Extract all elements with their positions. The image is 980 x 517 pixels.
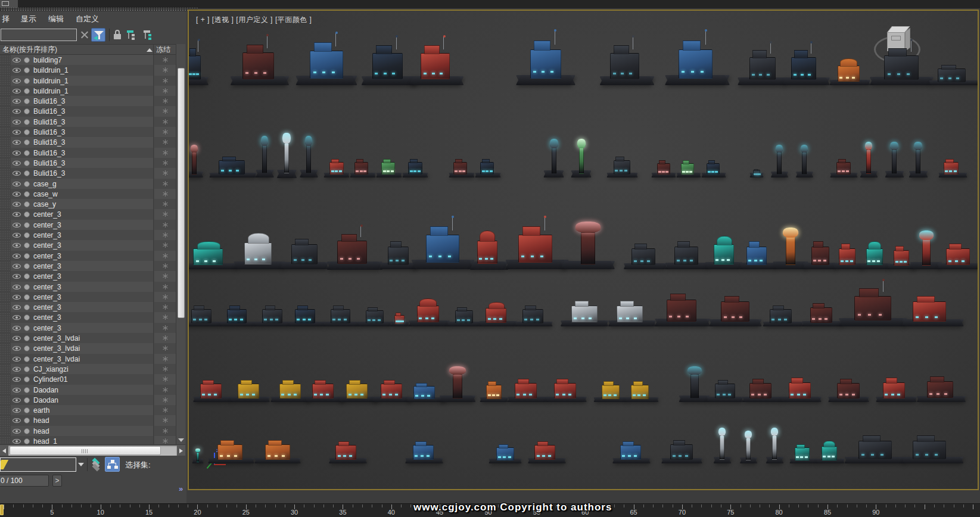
scene-model[interactable]: [669, 233, 706, 269]
scene-model[interactable]: [605, 35, 650, 85]
scene-model[interactable]: [609, 151, 636, 177]
scene-model[interactable]: [511, 216, 563, 269]
list-item[interactable]: center_3: [0, 292, 176, 302]
visibility-eye-icon[interactable]: [13, 357, 21, 362]
visibility-eye-icon[interactable]: [13, 120, 21, 124]
freeze-cell[interactable]: [154, 385, 176, 395]
visibility-eye-icon[interactable]: [13, 274, 21, 279]
scene-model[interactable]: [862, 236, 888, 269]
list-item[interactable]: center_3_lvdai: [0, 354, 176, 364]
horizontal-scrollbar[interactable]: [0, 444, 185, 456]
list-item[interactable]: head: [0, 426, 176, 436]
scene-model[interactable]: [450, 301, 478, 326]
scene-model[interactable]: [378, 154, 400, 177]
scene-model[interactable]: [565, 222, 611, 269]
freeze-cell[interactable]: [154, 354, 176, 364]
scene-model[interactable]: [549, 372, 583, 402]
list-item[interactable]: center_3_lvdai: [0, 343, 176, 353]
scene-model[interactable]: [546, 139, 562, 177]
freeze-cell[interactable]: [154, 209, 176, 219]
visibility-eye-icon[interactable]: [13, 212, 21, 217]
list-item[interactable]: head_1: [0, 436, 176, 444]
scene-model[interactable]: [831, 372, 866, 402]
visibility-eye-icon[interactable]: [13, 151, 21, 155]
scene-model[interactable]: [627, 236, 664, 269]
schematic-view-button[interactable]: [105, 457, 120, 472]
visibility-eye-icon[interactable]: [13, 388, 21, 393]
visibility-eye-icon[interactable]: [13, 254, 21, 258]
scene-model[interactable]: [596, 375, 625, 402]
list-item[interactable]: case_y: [0, 199, 176, 209]
scene-model[interactable]: [849, 428, 901, 463]
scene-model[interactable]: [844, 279, 901, 326]
scene-model[interactable]: [366, 35, 414, 85]
scene-model[interactable]: [659, 285, 706, 326]
scene-model[interactable]: [302, 136, 315, 177]
scene-model[interactable]: [798, 145, 811, 177]
list-item[interactable]: Bulid16_3: [0, 137, 176, 147]
visibility-eye-icon[interactable]: [13, 58, 21, 63]
scene-model[interactable]: [664, 434, 699, 463]
menu-item-1[interactable]: 择: [2, 14, 10, 24]
viewport-label-2[interactable]: [透视 ]: [212, 15, 234, 24]
scene-model[interactable]: [806, 233, 835, 269]
freeze-cell[interactable]: [154, 189, 176, 199]
list-item[interactable]: Daodan: [0, 395, 176, 405]
scene-model[interactable]: [491, 438, 519, 463]
menu-item-3[interactable]: 编辑: [48, 14, 64, 24]
freeze-cell[interactable]: [154, 86, 176, 96]
scene-model[interactable]: [879, 371, 913, 402]
list-item[interactable]: buildruin_1: [0, 65, 176, 75]
list-item[interactable]: head: [0, 415, 176, 425]
list-item[interactable]: Cylinder01: [0, 374, 176, 384]
list-item[interactable]: building7: [0, 55, 176, 65]
freeze-cell[interactable]: [154, 65, 176, 75]
selection-filter-combo[interactable]: [0, 457, 76, 472]
scene-model[interactable]: [416, 216, 469, 269]
list-item[interactable]: Bulid16_3: [0, 117, 176, 127]
scene-model[interactable]: [715, 428, 729, 463]
scene-model[interactable]: [710, 373, 741, 402]
scene-model[interactable]: [332, 435, 364, 463]
scene-model[interactable]: [518, 300, 550, 326]
scene-model[interactable]: [836, 236, 862, 269]
menu-item-2[interactable]: 显示: [21, 14, 36, 24]
list-item[interactable]: Daodan: [0, 385, 176, 395]
scene-model[interactable]: [352, 154, 374, 177]
scene-model[interactable]: [188, 236, 234, 269]
list-item[interactable]: center_3: [0, 282, 176, 292]
viewport-label-4[interactable]: [平面颜色 ]: [275, 15, 312, 24]
visibility-eye-icon[interactable]: [13, 439, 21, 444]
scene-model[interactable]: [482, 375, 506, 402]
scene-model[interactable]: [786, 41, 826, 85]
scene-model[interactable]: [222, 300, 253, 326]
freeze-cell[interactable]: [154, 199, 176, 209]
freeze-cell[interactable]: [154, 405, 176, 415]
perspective-viewport[interactable]: [ + ][透视 ][用户定义 ][平面颜色 ] z: [188, 10, 979, 490]
visibility-eye-icon[interactable]: [13, 223, 21, 228]
freeze-cell[interactable]: [154, 312, 176, 322]
freeze-cell[interactable]: [154, 117, 176, 127]
scene-model[interactable]: [615, 435, 648, 463]
scene-model[interactable]: [776, 228, 805, 269]
horizontal-scrollbar-thumb[interactable]: [10, 446, 161, 455]
scene-model[interactable]: [941, 236, 978, 269]
freeze-cell[interactable]: [154, 55, 176, 65]
visibility-eye-icon[interactable]: [13, 109, 21, 114]
freeze-cell[interactable]: [154, 76, 176, 86]
scene-model[interactable]: [326, 154, 347, 177]
scene-model[interactable]: [713, 288, 757, 326]
freeze-cell[interactable]: [154, 106, 176, 116]
list-item[interactable]: case_w: [0, 189, 176, 199]
visibility-eye-icon[interactable]: [13, 336, 21, 341]
scene-model[interactable]: [360, 301, 389, 326]
visibility-eye-icon[interactable]: [13, 315, 21, 320]
scene-model[interactable]: [238, 228, 281, 269]
visibility-eye-icon[interactable]: [13, 202, 21, 207]
scene-model[interactable]: [451, 154, 472, 177]
freeze-cell[interactable]: [154, 302, 176, 312]
combo-dropdown-icon[interactable]: [78, 463, 84, 466]
list-item[interactable]: center_3: [0, 271, 176, 281]
scene-model[interactable]: [273, 373, 307, 402]
scene-model[interactable]: [326, 300, 357, 326]
